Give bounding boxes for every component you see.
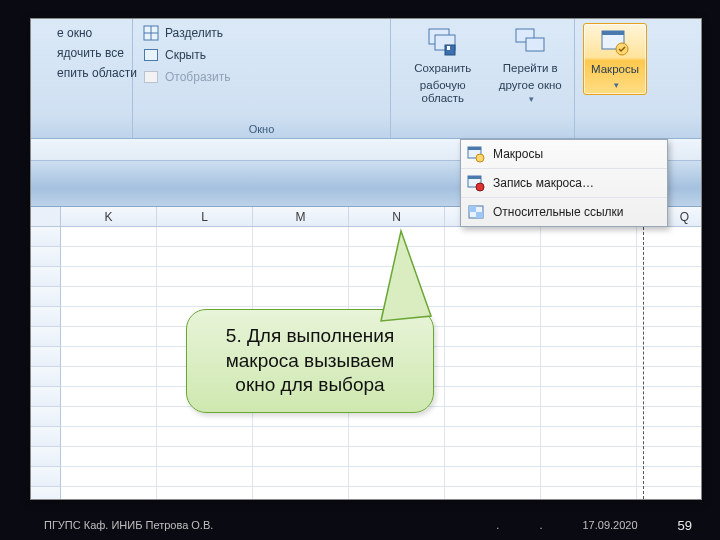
label: Макросы <box>591 63 639 76</box>
label: епить области <box>57 66 137 80</box>
callout: 5. Для выполнения макроса вызываем окно … <box>186 309 434 413</box>
freeze-panes-button[interactable]: епить области ▾ <box>31 63 126 83</box>
split-icon <box>143 25 159 41</box>
svg-rect-12 <box>602 31 624 35</box>
footer-dot2: . <box>539 519 542 531</box>
ribbon: е окно ядочить все епить области ▾ <box>31 19 701 139</box>
col-head[interactable]: K <box>61 207 157 226</box>
footer-date: 17.09.2020 <box>582 519 637 531</box>
save-workspace-icon <box>427 26 459 58</box>
record-macro-icon <box>467 174 485 192</box>
footer-left: ПГУПС Каф. ИНИБ Петрова О.В. <box>44 519 213 531</box>
label-line1: Перейти в <box>503 62 558 75</box>
callout-text: 5. Для выполнения макроса вызываем окно … <box>226 325 395 395</box>
svg-rect-15 <box>468 147 481 150</box>
page-break-line <box>643 227 644 499</box>
chevron-down-icon: ▾ <box>529 94 534 104</box>
show-icon <box>143 69 159 85</box>
svg-rect-22 <box>476 212 483 218</box>
freeze-icon <box>35 65 51 81</box>
switch-window-icon <box>514 26 546 58</box>
svg-point-19 <box>476 183 484 191</box>
svg-rect-10 <box>526 38 544 51</box>
label: Разделить <box>165 26 223 40</box>
svg-rect-21 <box>469 206 476 212</box>
macros-list-icon <box>467 145 485 163</box>
app-window: е окно ядочить все епить области ▾ <box>30 18 702 500</box>
label: Макросы <box>493 147 543 161</box>
label-line2: другое окно <box>499 79 562 91</box>
show-button: Отобразить <box>139 67 234 87</box>
label: е окно <box>57 26 92 40</box>
svg-rect-8 <box>447 46 450 50</box>
switch-window-button[interactable]: Перейти в другое окно ▾ <box>493 23 568 109</box>
group-title-window: Окно <box>139 120 384 136</box>
menu-item-macros[interactable]: Макросы <box>461 140 667 169</box>
label-line1: Сохранить <box>414 62 471 75</box>
svg-rect-18 <box>468 176 481 179</box>
arrange-all-button[interactable]: ядочить все <box>31 43 126 63</box>
svg-rect-3 <box>145 50 158 61</box>
col-head[interactable]: L <box>157 207 253 226</box>
footer-page: 59 <box>678 518 692 533</box>
corner-cell[interactable] <box>31 207 61 226</box>
macros-dropdown-menu: Макросы Запись макроса… Относительные сс… <box>460 139 668 227</box>
svg-point-16 <box>476 154 484 162</box>
label: Скрыть <box>165 48 206 62</box>
arrange-icon <box>35 45 51 61</box>
slide-footer: ПГУПС Каф. ИНИБ Петрова О.В. . . 17.09.2… <box>0 510 720 540</box>
label: Запись макроса… <box>493 176 594 190</box>
col-head[interactable]: N <box>349 207 445 226</box>
label-line2: рабочую область <box>403 79 483 105</box>
macros-button[interactable]: Макросы ▾ <box>583 23 647 95</box>
footer-dot1: . <box>496 519 499 531</box>
relative-refs-icon <box>467 203 485 221</box>
svg-rect-4 <box>145 72 158 83</box>
label: Отобразить <box>165 70 230 84</box>
chevron-down-icon: ▾ <box>614 80 619 90</box>
save-workspace-button[interactable]: Сохранить рабочую область <box>397 23 489 109</box>
macros-icon <box>599 27 631 59</box>
label: Относительные ссылки <box>493 205 624 219</box>
menu-item-record-macro[interactable]: Запись макроса… <box>461 169 667 198</box>
hide-icon <box>143 47 159 63</box>
window-icon <box>35 25 51 41</box>
col-head[interactable]: M <box>253 207 349 226</box>
new-window-button[interactable]: е окно <box>31 23 126 43</box>
label: ядочить все <box>57 46 124 60</box>
menu-item-relative-refs[interactable]: Относительные ссылки <box>461 198 667 226</box>
hide-button[interactable]: Скрыть <box>139 45 234 65</box>
split-button[interactable]: Разделить <box>139 23 234 43</box>
